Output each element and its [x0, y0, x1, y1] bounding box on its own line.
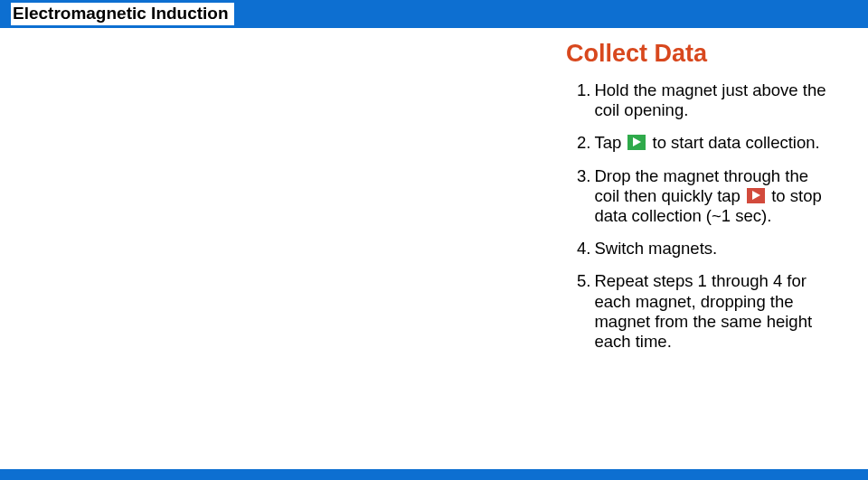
header-bar: Electromagnetic Induction [0, 0, 868, 28]
footer-bar [0, 469, 868, 480]
step-number: 5. [577, 271, 590, 352]
steps-list: 1. Hold the magnet just above the coil o… [566, 80, 837, 352]
step-3: 3. Drop the magnet through the coil then… [577, 166, 837, 227]
step-body: Drop the magnet through the coil then qu… [594, 166, 837, 227]
slide: Electromagnetic Induction Collect Data 1… [0, 0, 868, 480]
play-icon [627, 135, 646, 150]
step-1: 1. Hold the magnet just above the coil o… [577, 80, 837, 120]
step-body: Tap to start data collection. [594, 133, 837, 153]
header-title: Electromagnetic Induction [11, 3, 234, 25]
step-number: 1. [577, 80, 590, 120]
step-number: 4. [577, 239, 590, 259]
step-4: 4. Switch magnets. [577, 239, 837, 259]
step-number: 3. [577, 166, 590, 227]
section-title: Collect Data [566, 40, 837, 68]
step-text-pre: Tap [594, 133, 621, 152]
stop-icon [747, 188, 765, 203]
step-text: Switch magnets. [594, 239, 837, 259]
step-2: 2. Tap to start data collection. [577, 133, 837, 153]
step-text: Repeat steps 1 through 4 for each magnet… [594, 271, 837, 352]
step-text-post: to start data collection. [653, 133, 820, 152]
content-panel: Collect Data 1. Hold the magnet just abo… [566, 40, 837, 364]
step-number: 2. [577, 133, 590, 153]
step-text: Hold the magnet just above the coil open… [594, 80, 837, 120]
step-5: 5. Repeat steps 1 through 4 for each mag… [577, 271, 837, 352]
